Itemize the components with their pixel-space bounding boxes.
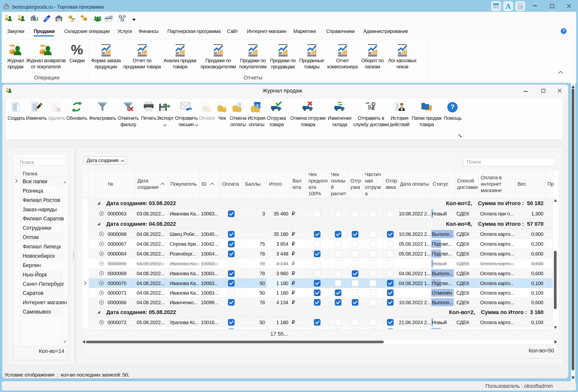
svg-text:?: ?	[450, 103, 454, 111]
svg-text:₽: ₽	[122, 18, 123, 21]
svg-text:€: €	[124, 15, 125, 18]
svg-text:2: 2	[256, 104, 258, 108]
svg-text:$: $	[120, 15, 121, 18]
